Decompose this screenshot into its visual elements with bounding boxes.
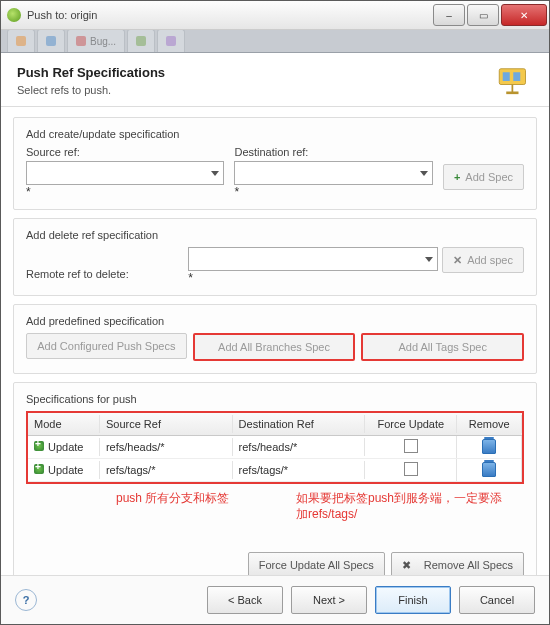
destination-ref-combo[interactable]	[234, 161, 432, 185]
tab[interactable]	[127, 30, 155, 52]
titlebar[interactable]: Push to: origin – ▭ ✕	[1, 1, 549, 30]
add-configured-push-specs-button[interactable]: Add Configured Push Specs	[26, 333, 187, 359]
specs-table: Mode Source Ref Destination Ref Force Up…	[26, 411, 524, 484]
svg-rect-4	[506, 92, 518, 95]
finish-button[interactable]: Finish	[375, 586, 451, 614]
app-icon	[7, 8, 21, 22]
remote-ref-label: Remote ref to delete:	[26, 268, 178, 280]
table-header: Mode Source Ref Destination Ref Force Up…	[28, 413, 522, 436]
next-button[interactable]: Next >	[291, 586, 367, 614]
remove-spec-button[interactable]	[482, 462, 496, 477]
x-icon: ✕	[453, 254, 462, 267]
predefined-spec-group: Add predefined specification Add Configu…	[13, 304, 537, 374]
tab[interactable]	[37, 30, 65, 52]
update-icon	[34, 464, 44, 474]
annotation-text: 如果要把标签push到服务端，一定要添加refs/tags/	[296, 490, 506, 522]
remove-spec-button[interactable]	[482, 439, 496, 454]
add-spec-button[interactable]: +Add Spec	[443, 164, 524, 190]
destination-ref-cell: refs/tags/*	[233, 461, 366, 479]
background-tabstrip: Bug...	[1, 30, 549, 53]
svg-rect-2	[513, 72, 520, 81]
add-all-tags-spec-button[interactable]: Add All Tags Spec	[361, 333, 524, 361]
dialog-window: Push to: origin – ▭ ✕ Bug... Push Ref Sp…	[0, 0, 550, 625]
destination-ref-cell: refs/heads/*	[233, 438, 366, 456]
tab[interactable]	[157, 30, 185, 52]
specs-for-push-group: Specifications for push Mode Source Ref …	[13, 382, 537, 575]
group-label: Add delete ref specification	[26, 229, 524, 241]
window-title: Push to: origin	[27, 9, 431, 21]
page-subtitle: Select refs to push.	[17, 84, 487, 96]
wizard-footer: ? < Back Next > Finish Cancel	[1, 575, 549, 624]
source-ref-combo[interactable]	[26, 161, 224, 185]
remove-all-specs-button[interactable]: ✖ Remove All Specs	[391, 552, 524, 575]
svg-rect-1	[503, 72, 510, 81]
destination-ref-label: Destination ref:	[234, 146, 426, 158]
delete-spec-group: Add delete ref specification Remote ref …	[13, 218, 537, 296]
page-title: Push Ref Specifications	[17, 65, 487, 80]
col-force-update[interactable]: Force Update	[365, 415, 457, 433]
col-mode[interactable]: Mode	[28, 415, 100, 433]
tab[interactable]: Bug...	[67, 30, 125, 52]
remote-ref-combo[interactable]	[188, 247, 438, 271]
minimize-button[interactable]: –	[433, 4, 465, 26]
mode-cell: Update	[48, 464, 83, 476]
plus-icon: +	[454, 171, 460, 183]
annotation-layer: push 所有分支和标签 如果要把标签push到服务端，一定要添加refs/ta…	[26, 484, 524, 544]
required-marker: *	[26, 187, 218, 197]
source-ref-cell: refs/heads/*	[100, 438, 233, 456]
help-button[interactable]: ?	[15, 589, 37, 611]
mode-cell: Update	[48, 441, 83, 453]
annotation-text: push 所有分支和标签	[116, 490, 229, 506]
group-label: Add create/update specification	[26, 128, 524, 140]
force-update-checkbox[interactable]	[404, 439, 418, 453]
wizard-header: Push Ref Specifications Select refs to p…	[1, 53, 549, 107]
maximize-button[interactable]: ▭	[467, 4, 499, 26]
wizard-body: Add create/update specification Source r…	[1, 107, 549, 575]
add-delete-spec-button[interactable]: ✕Add spec	[442, 247, 524, 273]
push-icon	[497, 67, 533, 95]
required-marker: *	[234, 187, 426, 197]
force-update-checkbox[interactable]	[404, 462, 418, 476]
create-spec-group: Add create/update specification Source r…	[13, 117, 537, 210]
update-icon	[34, 441, 44, 451]
col-remove[interactable]: Remove	[457, 415, 522, 433]
required-marker: *	[188, 273, 432, 283]
remove-icon: ✖	[402, 559, 411, 572]
add-all-branches-spec-button[interactable]: Add All Branches Spec	[193, 333, 356, 361]
col-source-ref[interactable]: Source Ref	[100, 415, 233, 433]
group-label: Add predefined specification	[26, 315, 524, 327]
source-ref-cell: refs/tags/*	[100, 461, 233, 479]
table-row[interactable]: Update refs/tags/* refs/tags/*	[28, 459, 522, 482]
tab[interactable]	[7, 30, 35, 52]
back-button[interactable]: < Back	[207, 586, 283, 614]
force-update-all-specs-button[interactable]: Force Update All Specs	[248, 552, 385, 575]
group-label: Specifications for push	[26, 393, 524, 405]
col-destination-ref[interactable]: Destination Ref	[233, 415, 366, 433]
close-button[interactable]: ✕	[501, 4, 547, 26]
source-ref-label: Source ref:	[26, 146, 218, 158]
cancel-button[interactable]: Cancel	[459, 586, 535, 614]
table-row[interactable]: Update refs/heads/* refs/heads/*	[28, 436, 522, 459]
